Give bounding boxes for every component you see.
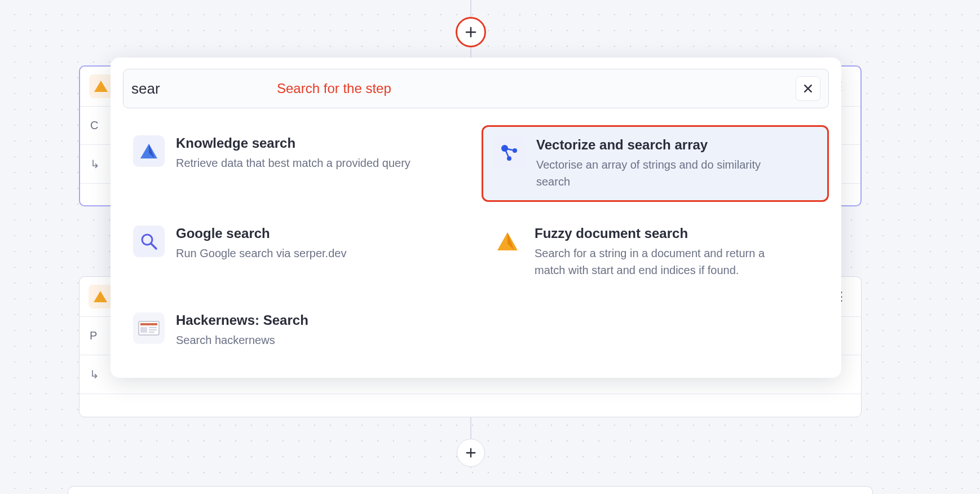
result-google-search[interactable]: Google search Run Google search via serp… bbox=[123, 215, 470, 289]
pyramid-icon bbox=[89, 285, 112, 308]
search-input[interactable] bbox=[131, 80, 267, 98]
pyramid-blue-icon bbox=[133, 135, 165, 167]
result-fuzzy-document-search[interactable]: Fuzzy document search Search for a strin… bbox=[482, 215, 829, 289]
graph-icon bbox=[493, 137, 525, 169]
result-description: Retrieve data that best match a provided… bbox=[176, 155, 410, 171]
result-title: Google search bbox=[176, 226, 346, 241]
return-arrow-icon: ↳ bbox=[90, 368, 99, 381]
result-knowledge-search[interactable]: Knowledge search Retrieve data that best… bbox=[123, 125, 470, 202]
add-step-button-bottom[interactable] bbox=[457, 439, 485, 467]
result-description: Search for a string in a document and re… bbox=[535, 245, 771, 279]
step-search-panel: Search for the step Knowledge search Ret… bbox=[111, 58, 841, 378]
result-title: Hackernews: Search bbox=[176, 312, 308, 328]
result-hackernews-search[interactable]: Hackernews: Search Search hackernews bbox=[123, 302, 470, 359]
magnifier-icon bbox=[133, 226, 165, 257]
result-title: Fuzzy document search bbox=[535, 226, 771, 241]
svg-rect-12 bbox=[140, 323, 157, 325]
search-bar[interactable]: Search for the step bbox=[123, 69, 829, 108]
clear-search-button[interactable] bbox=[796, 76, 820, 101]
close-icon bbox=[802, 83, 814, 94]
add-step-button-top[interactable] bbox=[456, 17, 486, 47]
pyramid-orange-icon bbox=[492, 226, 523, 257]
workflow-step-card[interactable] bbox=[68, 486, 873, 494]
pyramid-icon bbox=[89, 74, 113, 98]
result-vectorize-search-array[interactable]: Vectorize and search array Vectorise an … bbox=[482, 125, 829, 202]
result-description: Vectorise an array of strings and do sim… bbox=[536, 156, 773, 190]
newspaper-icon bbox=[133, 312, 165, 344]
result-description: Search hackernews bbox=[176, 332, 308, 349]
svg-rect-13 bbox=[140, 327, 147, 333]
row-placeholder: P bbox=[90, 329, 97, 342]
search-hint-label: Search for the step bbox=[277, 81, 391, 96]
plus-icon bbox=[464, 25, 478, 39]
plus-icon bbox=[465, 447, 477, 459]
result-title: Knowledge search bbox=[176, 135, 410, 151]
return-arrow-icon: ↳ bbox=[90, 157, 100, 171]
result-description: Run Google search via serper.dev bbox=[176, 245, 346, 262]
row-placeholder: C bbox=[90, 119, 98, 132]
search-results-grid: Knowledge search Retrieve data that best… bbox=[123, 125, 829, 359]
svg-line-8 bbox=[151, 244, 156, 249]
result-title: Vectorize and search array bbox=[536, 137, 773, 153]
